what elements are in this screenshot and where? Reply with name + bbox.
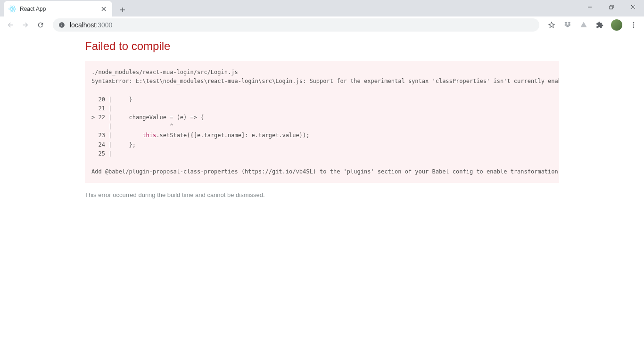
error-title: Failed to compile — [85, 40, 559, 53]
address-bar[interactable]: localhost:3000 — [53, 18, 539, 32]
avatar[interactable] — [611, 19, 622, 31]
error-footer: This error occurred during the build tim… — [85, 191, 559, 198]
extensions-icon[interactable] — [593, 18, 606, 32]
svg-point-6 — [633, 24, 635, 25]
tab-bar: React App — [0, 0, 644, 16]
menu-dots-icon[interactable] — [627, 18, 640, 32]
url-path: :3000 — [96, 21, 112, 29]
svg-rect-4 — [610, 6, 612, 9]
back-icon[interactable] — [4, 18, 17, 32]
error-syntax-message: SyntaxError: E:\test\node_modules\react-… — [91, 78, 559, 84]
svg-point-7 — [633, 26, 635, 28]
error-hint: Add @babel/plugin-proposal-class-propert… — [91, 168, 559, 175]
error-box: ./node_modules/react-mua-login/src/Login… — [85, 61, 559, 183]
svg-point-5 — [633, 22, 635, 24]
react-favicon-icon — [8, 5, 16, 13]
browser-tab[interactable]: React App — [4, 1, 112, 16]
dropbox-icon[interactable] — [561, 18, 574, 32]
reload-icon[interactable] — [34, 18, 47, 32]
toolbar-right — [545, 18, 640, 32]
maximize-icon[interactable] — [601, 0, 622, 14]
bookmark-star-icon[interactable] — [545, 18, 558, 32]
svg-point-0 — [12, 8, 13, 9]
tab-title: React App — [20, 6, 100, 12]
error-code-block: 20 | } 21 | > 22 | changeValue = (e) => … — [91, 96, 309, 157]
browser-chrome: React App — [0, 0, 644, 33]
new-tab-icon[interactable] — [116, 3, 129, 16]
page-content: Failed to compile ./node_modules/react-m… — [0, 33, 644, 198]
forward-icon[interactable] — [19, 18, 32, 32]
site-info-icon[interactable] — [58, 22, 65, 28]
window-controls — [579, 0, 644, 16]
browser-toolbar: localhost:3000 — [0, 16, 644, 33]
url-host: localhost — [70, 21, 96, 29]
tab-close-icon[interactable] — [100, 5, 107, 13]
close-icon[interactable] — [622, 0, 644, 14]
drive-icon[interactable] — [577, 18, 590, 32]
minimize-icon[interactable] — [579, 0, 601, 14]
error-file-path: ./node_modules/react-mua-login/src/Login… — [91, 69, 238, 75]
